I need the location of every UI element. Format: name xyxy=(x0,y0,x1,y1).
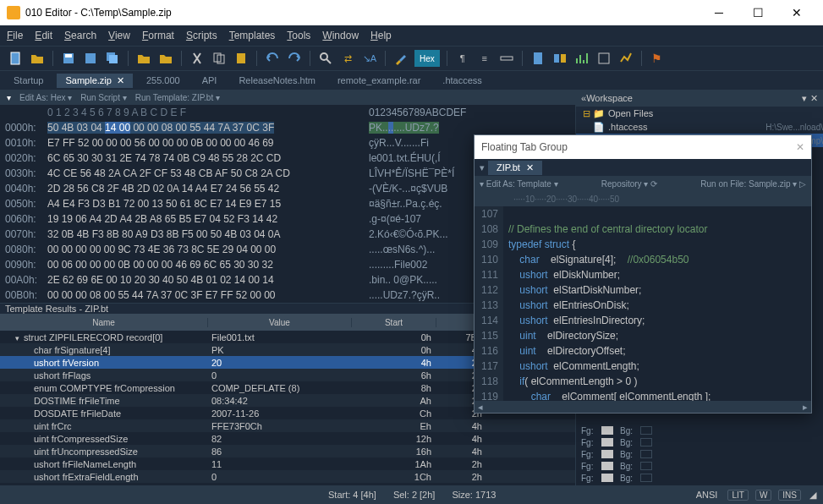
brush-icon[interactable] xyxy=(392,50,409,67)
title-bar: 010 Editor - C:\Temp\Sample.zip ─ ☐ ✕ xyxy=(0,0,823,25)
file-tab[interactable]: ReleaseNotes.htm xyxy=(230,74,324,87)
svg-rect-12 xyxy=(554,54,559,63)
svg-rect-10 xyxy=(501,57,513,60)
new-icon[interactable] xyxy=(7,50,24,67)
folder2-icon[interactable] xyxy=(157,50,174,67)
ruler-icon[interactable] xyxy=(498,50,515,67)
file-tab[interactable]: Sample.zip✕ xyxy=(57,74,132,88)
save-as-icon[interactable] xyxy=(82,50,99,67)
status-start: Start: 4 [4h] xyxy=(328,490,376,500)
save-icon[interactable] xyxy=(60,50,77,67)
goto-icon[interactable]: ↘A xyxy=(361,50,378,67)
resize-grip-icon[interactable]: ◢ xyxy=(809,490,816,501)
minimize-button[interactable]: ─ xyxy=(700,0,738,25)
hex-header: ▾ Edit As: Hex ▾ Run Script ▾ Run Templa… xyxy=(0,90,575,105)
file-tab[interactable]: Startup xyxy=(5,74,52,87)
menu-format[interactable]: Format xyxy=(142,30,174,41)
menu-scripts[interactable]: Scripts xyxy=(186,30,217,41)
maximize-button[interactable]: ☐ xyxy=(738,0,777,25)
close-button[interactable]: ✕ xyxy=(777,0,816,25)
table-row[interactable]: uint frUncompressedSize8616h4h xyxy=(0,445,575,457)
wrap-icon[interactable]: ≡ xyxy=(476,50,493,67)
floating-close-icon[interactable]: ✕ xyxy=(796,141,804,153)
app-icon xyxy=(7,6,20,19)
svg-rect-13 xyxy=(561,54,566,63)
float-run-on[interactable]: Run on File: Sample.zip ▾ ▷ xyxy=(700,179,806,189)
table-row[interactable]: uint frCompressedSize8212h4h xyxy=(0,432,575,445)
menu-view[interactable]: View xyxy=(108,30,130,41)
status-ins[interactable]: INS xyxy=(778,490,801,501)
file-tab[interactable]: 255.000 xyxy=(138,74,189,87)
redo-icon[interactable] xyxy=(286,50,303,67)
col-start[interactable]: Start xyxy=(352,318,436,327)
table-row[interactable]: ushort frFileNameLength111Ah2h xyxy=(0,457,575,470)
calc-icon[interactable] xyxy=(529,50,546,67)
floating-tab-group[interactable]: Floating Tab Group ✕ ▾ ZIP.bt ✕ ▾ Edit A… xyxy=(474,134,812,414)
scrollbar[interactable]: ◂ ▸ xyxy=(475,401,811,413)
svg-rect-8 xyxy=(237,53,245,63)
menu-search[interactable]: Search xyxy=(64,30,96,41)
svg-point-9 xyxy=(321,53,327,60)
table-row[interactable]: uint frCrcFFE73F0ChEh4h xyxy=(0,419,575,432)
checksum-icon[interactable] xyxy=(595,50,612,67)
folder-icon[interactable] xyxy=(135,50,152,67)
menu-window[interactable]: Window xyxy=(322,30,359,41)
cut-icon[interactable] xyxy=(189,50,206,67)
menu-tools[interactable]: Tools xyxy=(287,30,310,41)
compare-icon[interactable] xyxy=(551,50,568,67)
workspace-file[interactable]: 📄.htaccessH:\Swe...nload\ xyxy=(576,120,823,134)
ruler: ·····10·····20·····30·····40·····50 xyxy=(475,191,811,206)
copy-icon[interactable] xyxy=(211,50,228,67)
svg-rect-5 xyxy=(109,55,118,63)
para-icon[interactable]: ¶ xyxy=(454,50,471,67)
table-row[interactable]: ushort frExtraFieldLength01Ch2h xyxy=(0,470,575,483)
floating-title: Floating Tab Group xyxy=(481,141,796,153)
status-size: Size: 1713 xyxy=(452,490,496,500)
workspace-title: Workspace xyxy=(586,93,802,103)
undo-icon[interactable] xyxy=(264,50,281,67)
file-tab[interactable]: .htaccess xyxy=(434,74,490,87)
status-w[interactable]: W xyxy=(755,490,771,501)
hex-col-header: 0 1 2 3 4 5 6 7 8 9 A B C D E F xyxy=(47,105,369,120)
menu-help[interactable]: Help xyxy=(370,30,392,41)
paste-icon[interactable] xyxy=(233,50,250,67)
open-icon[interactable] xyxy=(29,50,46,67)
menu-templates[interactable]: Templates xyxy=(229,30,276,41)
menu-file[interactable]: File xyxy=(7,30,23,41)
hist-icon[interactable] xyxy=(573,50,590,67)
replace-icon[interactable]: ⇄ xyxy=(339,50,356,67)
file-tab[interactable]: remote_example.rar xyxy=(329,74,429,87)
svg-rect-11 xyxy=(534,52,542,64)
code-editor[interactable]: 107108// Defines the end of central dire… xyxy=(475,206,811,401)
status-sel: Sel: 2 [2h] xyxy=(393,490,436,500)
save-all-icon[interactable] xyxy=(104,50,121,67)
pin-icon[interactable]: ▾ xyxy=(802,93,807,104)
run-script-dropdown[interactable]: Run Script ▾ xyxy=(80,93,126,102)
file-tabs: StartupSample.zip✕255.000APIReleaseNotes… xyxy=(0,71,823,90)
status-ansi[interactable]: ANSI xyxy=(696,490,718,500)
bookmark-icon[interactable]: ⚑ xyxy=(649,50,666,67)
menu-bar: FileEditSearchViewFormatScriptsTemplates… xyxy=(0,25,823,46)
edit-as-dropdown[interactable]: Edit As: Hex ▾ xyxy=(19,93,72,102)
svg-rect-0 xyxy=(11,52,19,64)
folder-icon[interactable]: ⊟ 📁 xyxy=(583,108,605,119)
status-bar: Start: 4 [4h] Sel: 2 [2h] Size: 1713 ANS… xyxy=(0,485,823,504)
float-repo[interactable]: Repository ▾ ⟳ xyxy=(601,179,657,189)
find-icon[interactable] xyxy=(317,50,334,67)
chart-icon[interactable] xyxy=(617,50,634,67)
window-title: 010 Editor - C:\Temp\Sample.zip xyxy=(25,7,700,19)
hex-ascii-header: 0123456789ABCDEF xyxy=(369,105,538,120)
tab-zipbt[interactable]: ZIP.bt ✕ xyxy=(488,161,542,175)
file-tab[interactable]: API xyxy=(194,74,226,87)
status-lit[interactable]: LIT xyxy=(727,490,748,501)
col-value[interactable]: Value xyxy=(208,318,352,327)
floating-titlebar[interactable]: Floating Tab Group ✕ xyxy=(475,135,811,159)
svg-rect-2 xyxy=(65,54,72,58)
col-name[interactable]: Name xyxy=(0,318,208,327)
run-template-dropdown[interactable]: Run Template: ZIP.bt ▾ xyxy=(135,93,220,102)
float-edit-as[interactable]: Edit As: Template ▾ xyxy=(486,179,558,189)
menu-edit[interactable]: Edit xyxy=(35,30,52,41)
close-panel-icon[interactable]: ✕ xyxy=(810,93,818,104)
hex-mode-button[interactable]: Hex xyxy=(414,50,440,67)
chevron-icon[interactable]: ▾ xyxy=(480,162,485,173)
